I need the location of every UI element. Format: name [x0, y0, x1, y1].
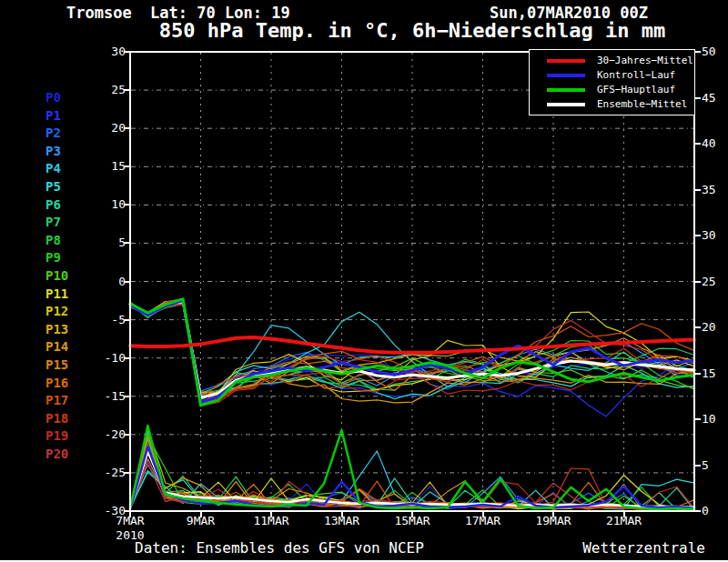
member-label-P16: P16 [46, 376, 68, 390]
y-axis-label-right: 20 [702, 321, 728, 334]
member-line-temp-P12 [130, 303, 694, 394]
legend-label: 30−Jahres−Mittel [597, 55, 693, 66]
member-label-P9: P9 [46, 251, 61, 265]
ensemble-meteogram: Tromsoe Lat: 70 Lon: 19 Sun,07MAR2010 00… [0, 0, 728, 562]
legend-row: 30−Jahres−Mittel [530, 55, 694, 66]
y-axis-label-left: -15 [89, 390, 126, 403]
y-axis-label-right: 50 [702, 45, 728, 58]
member-label-P17: P17 [46, 394, 68, 407]
member-label-P5: P5 [46, 180, 61, 194]
x-axis-label: 15MAR [383, 515, 441, 527]
y-axis-label-left: -10 [89, 352, 126, 365]
y-axis-label-left: -5 [89, 314, 126, 326]
legend-swatch-gfs-hauptlauf [547, 88, 585, 92]
x-axis-label: 7MAR [101, 515, 159, 527]
y-axis-label-right: 15 [702, 367, 728, 380]
member-label-P0: P0 [46, 91, 61, 105]
y-axis-label-left: 15 [89, 160, 126, 173]
y-axis-label-left: 10 [89, 198, 126, 211]
member-line-temp-P10 [130, 303, 694, 394]
member-line-temp-P11 [130, 302, 694, 398]
x-axis-label: 9MAR [172, 515, 230, 527]
chart-title: 850 hPa Temp. in °C, 6h−Niederschlag in … [130, 19, 694, 42]
legend-row: Ensemble−Mittel [530, 99, 694, 110]
member-label-P1: P1 [46, 109, 61, 123]
member-label-P10: P10 [46, 269, 68, 283]
x-axis-label: 21MAR [595, 515, 653, 527]
legend-row: Kontroll−Lauf [530, 70, 694, 81]
member-label-P4: P4 [46, 162, 61, 176]
y-axis-label-left: 25 [89, 84, 126, 96]
legend-box: 30−Jahres−Mittel Kontroll−Lauf GFS−Haupt… [529, 49, 695, 115]
member-label-P2: P2 [46, 126, 61, 140]
legend-swatch-30-jahres-mittel [547, 59, 585, 63]
y-axis-label-right: 35 [702, 184, 728, 196]
y-axis-label-right: 0 [702, 505, 728, 517]
legend-label: Kontroll−Lauf [597, 69, 675, 81]
footer-source: Daten: Ensembles des GFS von NCEP [135, 539, 424, 557]
y-axis-label-right: 40 [702, 137, 728, 150]
member-label-P11: P11 [46, 287, 68, 301]
legend-label: Ensemble−Mittel [597, 98, 687, 110]
member-label-P14: P14 [46, 340, 68, 354]
member-line-temp-P15 [130, 304, 694, 393]
y-axis-label-left: -25 [89, 467, 126, 479]
x-axis-label: 13MAR [313, 515, 371, 527]
y-axis-label-left: -20 [89, 428, 126, 441]
y-axis-label-right: 5 [702, 459, 728, 472]
y-axis-label-left: 30 [89, 45, 126, 58]
legend-swatch-kontroll-lauf [547, 74, 585, 77]
x-axis-label: 19MAR [524, 515, 582, 527]
legend-row: GFS−Hauptlauf [530, 85, 694, 95]
member-label-P13: P13 [46, 323, 68, 336]
member-label-P12: P12 [46, 305, 68, 318]
member-label-P18: P18 [46, 412, 68, 426]
y-axis-label-right: 10 [702, 413, 728, 426]
member-label-P15: P15 [46, 358, 68, 372]
member-label-P8: P8 [46, 234, 61, 247]
y-axis-label-left: 0 [89, 276, 126, 288]
legend-label: GFS−Hauptlauf [597, 84, 675, 95]
member-label-P6: P6 [46, 198, 61, 212]
member-label-P7: P7 [46, 216, 61, 229]
x-axis-label: 11MAR [242, 515, 300, 527]
footer-brand: Wetterzentrale [582, 539, 705, 557]
member-label-P20: P20 [46, 447, 68, 461]
y-axis-label-left: 5 [89, 236, 126, 249]
member-label-P3: P3 [46, 145, 61, 158]
member-label-P19: P19 [46, 429, 68, 443]
legend-swatch-ensemble-mittel [547, 103, 585, 106]
x-axis-label: 17MAR [454, 515, 512, 527]
y-axis-label-right: 45 [702, 92, 728, 105]
y-axis-label-left: 20 [89, 122, 126, 135]
y-axis-label-right: 25 [702, 276, 728, 288]
y-axis-label-right: 30 [702, 229, 728, 242]
